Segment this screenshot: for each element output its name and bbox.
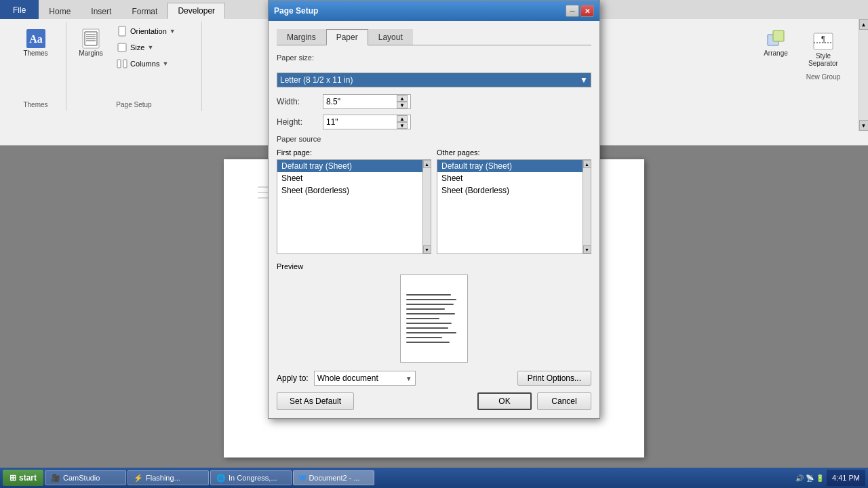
apply-to-value: Whole document bbox=[317, 373, 378, 383]
height-label: Height: bbox=[277, 117, 317, 127]
first-page-scroll-down[interactable]: ▼ bbox=[423, 245, 431, 253]
arrange-icon bbox=[765, 28, 787, 49]
orientation-button[interactable]: Orientation ▼ bbox=[115, 24, 196, 38]
preview-line-2 bbox=[406, 299, 456, 300]
ribbon-scroll-up[interactable]: ▲ bbox=[859, 19, 869, 30]
arrange-label: Arrange bbox=[764, 49, 788, 57]
ok-button[interactable]: OK bbox=[477, 392, 532, 410]
margins-label: Margins bbox=[79, 49, 103, 57]
paper-size-select[interactable]: Letter (8 1/2 x 11 in) ▼ bbox=[277, 73, 591, 87]
paper-size-select-row: Letter (8 1/2 x 11 in) ▼ bbox=[277, 73, 591, 87]
preview-line-3 bbox=[406, 304, 454, 305]
preview-label: Preview bbox=[277, 262, 591, 270]
preview-line-10 bbox=[406, 337, 442, 338]
preview-line-1 bbox=[406, 294, 451, 296]
tab-margins[interactable]: Margins bbox=[277, 29, 326, 45]
arrange-button[interactable]: Arrange bbox=[758, 24, 793, 60]
start-button[interactable]: ⊞ start bbox=[3, 470, 43, 486]
paper-source-section: Paper source First page: Default tray (S… bbox=[277, 135, 591, 254]
height-spinners: ▲ ▼ bbox=[397, 115, 408, 129]
columns-label: Columns bbox=[130, 60, 159, 68]
print-options-button[interactable]: Print Options... bbox=[517, 371, 591, 386]
dialog-tabs: Margins Paper Layout bbox=[277, 29, 591, 45]
taskbar-item-document[interactable]: W Document2 - ... bbox=[293, 470, 374, 485]
tab-paper[interactable]: Paper bbox=[326, 29, 368, 45]
page-setup-group-label: Page Setup bbox=[116, 98, 151, 108]
camstudio-icon: 🎥 bbox=[51, 474, 60, 483]
taskbar-item-flashing[interactable]: ⚡ Flashing... bbox=[127, 470, 209, 485]
paper-size-label: Paper size: bbox=[277, 54, 314, 62]
ribbon-group-themes: Aa Themes Themes bbox=[5, 22, 66, 111]
taskbar-item-camstudio[interactable]: 🎥 CamStudio bbox=[45, 470, 126, 485]
svg-rect-12 bbox=[118, 43, 126, 52]
columns-button[interactable]: Columns ▼ bbox=[115, 57, 196, 70]
margins-icon bbox=[80, 28, 102, 49]
page-setup-dialog: Page Setup ─ ✕ Margins Paper Layout Pape… bbox=[268, 0, 600, 419]
set-as-default-button[interactable]: Set As Default bbox=[277, 392, 354, 410]
height-up[interactable]: ▲ bbox=[397, 115, 408, 122]
tab-file[interactable]: File bbox=[0, 0, 39, 19]
tab-developer[interactable]: Developer bbox=[167, 3, 225, 19]
themes-button[interactable]: Aa Themes bbox=[18, 24, 54, 60]
first-page-scrollbar[interactable]: ▲ ▼ bbox=[422, 160, 431, 253]
tab-insert[interactable]: Insert bbox=[81, 3, 121, 19]
height-input[interactable]: 11" ▲ ▼ bbox=[323, 115, 411, 129]
height-down[interactable]: ▼ bbox=[397, 122, 408, 129]
orientation-label: Orientation bbox=[130, 27, 167, 35]
first-page-item-1[interactable]: Sheet bbox=[277, 172, 422, 184]
arrange-group: Arrange bbox=[755, 24, 796, 60]
svg-text:¶: ¶ bbox=[821, 34, 825, 43]
ribbon-scroll-down[interactable]: ▼ bbox=[859, 120, 869, 131]
other-pages-item-1[interactable]: Sheet bbox=[437, 172, 583, 184]
preview-box bbox=[400, 274, 468, 363]
start-label: start bbox=[19, 473, 37, 483]
dialog-close-button[interactable]: ✕ bbox=[580, 5, 594, 17]
margins-button[interactable]: Margins bbox=[73, 24, 108, 60]
dialog-title-buttons: ─ ✕ bbox=[566, 5, 594, 17]
other-pages-item-2[interactable]: Sheet (Borderless) bbox=[437, 184, 583, 197]
svg-rect-16 bbox=[773, 30, 784, 41]
other-pages-scrollbar[interactable]: ▲ ▼ bbox=[583, 160, 591, 253]
first-page-list: Default tray (Sheet) Sheet Sheet (Border… bbox=[277, 160, 422, 253]
ribbon-group-page-setup: Margins Orientation ▼ Size ▼ bbox=[66, 22, 202, 111]
style-separator-label: Style Separator bbox=[808, 52, 838, 67]
first-page-item-2[interactable]: Sheet (Borderless) bbox=[277, 184, 422, 197]
size-button[interactable]: Size ▼ bbox=[115, 41, 196, 54]
preview-line-9 bbox=[406, 332, 456, 333]
margins-button-group: Margins bbox=[72, 24, 110, 60]
dialog-body: Margins Paper Layout Paper size: Letter … bbox=[269, 21, 599, 418]
width-up[interactable]: ▲ bbox=[397, 95, 408, 102]
size-dropdown-icon: ▼ bbox=[147, 44, 153, 51]
first-page-label: First page: bbox=[277, 148, 431, 157]
tab-format[interactable]: Format bbox=[121, 3, 167, 19]
dialog-minimize-button[interactable]: ─ bbox=[566, 5, 579, 17]
taskbar: ⊞ start 🎥 CamStudio ⚡ Flashing... 🌐 In C… bbox=[0, 468, 868, 488]
first-page-scroll-up[interactable]: ▲ bbox=[423, 160, 431, 168]
other-pages-list: Default tray (Sheet) Sheet Sheet (Border… bbox=[437, 160, 583, 253]
tab-home[interactable]: Home bbox=[39, 3, 81, 19]
svg-text:Aa: Aa bbox=[29, 33, 43, 45]
page-setup-buttons: Margins Orientation ▼ Size ▼ bbox=[72, 24, 196, 70]
style-separator-group: ¶ Style Separator New Group bbox=[804, 24, 842, 81]
taskbar-right: 🔊 📡 🔋 4:41 PM bbox=[795, 470, 865, 486]
width-input[interactable]: 8.5" ▲ ▼ bbox=[323, 94, 411, 109]
paper-size-value: Letter (8 1/2 x 11 in) bbox=[280, 75, 353, 85]
camstudio-label: CamStudio bbox=[63, 474, 100, 482]
page-setup-small-buttons: Orientation ▼ Size ▼ Columns bbox=[115, 24, 196, 70]
other-pages-scroll-up[interactable]: ▲ bbox=[583, 160, 591, 168]
style-separator-button[interactable]: ¶ Style Separator bbox=[806, 27, 841, 70]
congress-icon: 🌐 bbox=[216, 474, 226, 483]
other-pages-label: Other pages: bbox=[437, 148, 591, 157]
first-page-item-0[interactable]: Default tray (Sheet) bbox=[277, 160, 422, 172]
width-value: 8.5" bbox=[326, 97, 340, 106]
width-down[interactable]: ▼ bbox=[397, 102, 408, 108]
preview-line-6 bbox=[406, 318, 439, 319]
apply-to-select[interactable]: Whole document ▼ bbox=[314, 371, 416, 386]
other-pages-item-0[interactable]: Default tray (Sheet) bbox=[437, 160, 583, 172]
cancel-button[interactable]: Cancel bbox=[537, 392, 591, 410]
taskbar-item-congress[interactable]: 🌐 In Congress,... bbox=[210, 470, 292, 485]
tab-layout[interactable]: Layout bbox=[368, 29, 413, 45]
other-pages-scroll-down[interactable]: ▼ bbox=[583, 245, 591, 253]
themes-icon: Aa bbox=[25, 28, 47, 49]
columns-dropdown-icon: ▼ bbox=[162, 60, 168, 67]
